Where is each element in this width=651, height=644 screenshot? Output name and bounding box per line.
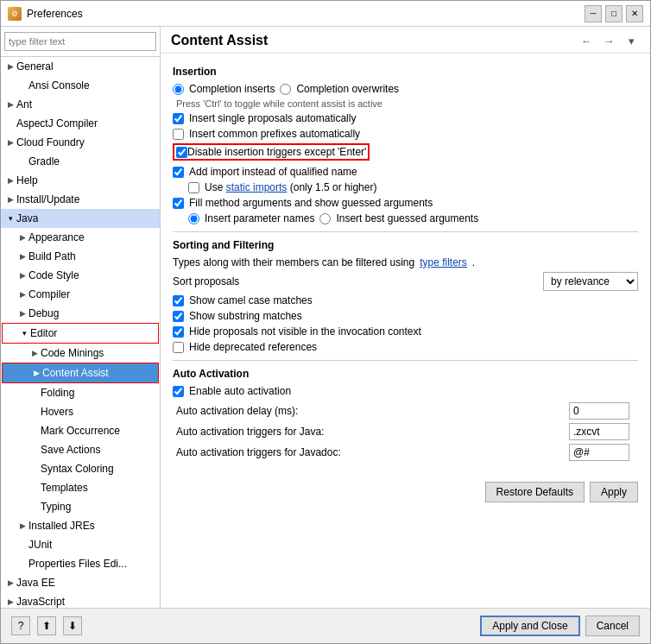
tree-item-java-ee[interactable]: ▶ Java EE bbox=[1, 573, 160, 592]
arrow-compiler: ▶ bbox=[16, 288, 28, 300]
tree-item-debug[interactable]: ▶ Debug bbox=[1, 304, 160, 323]
tree-item-syntax-coloring[interactable]: Syntax Coloring bbox=[1, 459, 160, 478]
substring-label[interactable]: Show substring matches bbox=[189, 310, 302, 322]
help-icon-button[interactable]: ? bbox=[11, 616, 30, 635]
completion-inserts-label[interactable]: Completion inserts bbox=[189, 83, 275, 95]
dropdown-button[interactable]: ▾ bbox=[623, 32, 640, 49]
tree-item-install-update[interactable]: ▶ Install/Update bbox=[1, 190, 160, 209]
fill-method-label[interactable]: Fill method arguments and show guessed a… bbox=[189, 197, 433, 209]
camel-case-checkbox[interactable] bbox=[173, 295, 184, 306]
best-guessed-radio[interactable] bbox=[319, 213, 331, 224]
label-cloud: Cloud Foundry bbox=[16, 136, 85, 148]
completion-overwrites-radio[interactable] bbox=[280, 84, 291, 95]
arrow-folding bbox=[28, 387, 41, 399]
tree-item-appearance[interactable]: ▶ Appearance bbox=[1, 228, 160, 247]
tree-item-cloud-foundry[interactable]: ▶ Cloud Foundry bbox=[1, 133, 160, 152]
tree-item-mark-occurrences[interactable]: Mark Occurrence bbox=[1, 421, 160, 440]
disable-triggers-checkbox[interactable] bbox=[176, 147, 187, 158]
label-help: Help bbox=[16, 174, 38, 186]
filter-input-wrap bbox=[1, 27, 160, 57]
title-bar-controls: ─ □ ✕ bbox=[585, 5, 643, 22]
insert-single-label[interactable]: Insert single proposals automatically bbox=[189, 112, 356, 124]
hide-not-visible-checkbox[interactable] bbox=[173, 326, 184, 338]
tree-item-code-minings[interactable]: ▶ Code Minings bbox=[1, 344, 160, 363]
arrow-codeminings: ▶ bbox=[28, 347, 41, 359]
tree-item-templates[interactable]: Templates bbox=[1, 478, 160, 497]
divider-2 bbox=[173, 360, 638, 361]
label-contentassist: Content Assist bbox=[42, 367, 109, 379]
substring-checkbox[interactable] bbox=[173, 311, 184, 322]
tree-item-hovers[interactable]: Hovers bbox=[1, 402, 160, 421]
tree-item-folding[interactable]: Folding bbox=[1, 383, 160, 402]
camel-case-label[interactable]: Show camel case matches bbox=[189, 294, 313, 306]
auto-java-input[interactable] bbox=[569, 423, 629, 440]
tree-item-help[interactable]: ▶ Help bbox=[1, 171, 160, 190]
fill-method-checkbox[interactable] bbox=[173, 198, 184, 209]
hide-not-visible-label[interactable]: Hide proposals not visible in the invoca… bbox=[189, 325, 421, 338]
tree-item-ansi-console[interactable]: Ansi Console bbox=[1, 76, 160, 95]
tree-item-build-path[interactable]: ▶ Build Path bbox=[1, 247, 160, 266]
auto-javadoc-input[interactable] bbox=[569, 444, 629, 461]
minimize-button[interactable]: ─ bbox=[585, 5, 602, 22]
hide-deprecated-label[interactable]: Hide deprecated references bbox=[189, 341, 317, 353]
insert-single-checkbox[interactable] bbox=[173, 113, 184, 124]
completion-inserts-radio[interactable] bbox=[173, 84, 184, 95]
title-bar-left: ⚙ Preferences bbox=[8, 7, 83, 21]
tree-item-content-assist[interactable]: ▶ Content Assist bbox=[3, 363, 158, 382]
label-mark: Mark Occurrence bbox=[41, 425, 120, 437]
arrow-syntaxcoloring bbox=[28, 463, 41, 475]
enable-auto-label[interactable]: Enable auto activation bbox=[189, 385, 291, 397]
tree-item-properties[interactable]: Properties Files Edi... bbox=[1, 554, 160, 573]
tree-item-installed-jres[interactable]: ▶ Installed JREs bbox=[1, 516, 160, 535]
restore-defaults-button[interactable]: Restore Defaults bbox=[485, 482, 585, 502]
filter-input[interactable] bbox=[4, 32, 156, 51]
tree-item-typing[interactable]: Typing bbox=[1, 497, 160, 516]
add-import-checkbox[interactable] bbox=[173, 167, 184, 178]
import-icon-button[interactable]: ⬇ bbox=[63, 616, 82, 635]
arrow-aspectj bbox=[4, 117, 16, 129]
tree-item-aspectj[interactable]: AspectJ Compiler bbox=[1, 114, 160, 133]
auto-javadoc-label: Auto activation triggers for Javadoc: bbox=[176, 446, 569, 458]
tree-item-ant[interactable]: ▶ Ant bbox=[1, 95, 160, 114]
param-names-radio[interactable] bbox=[188, 213, 199, 224]
tree-item-code-style[interactable]: ▶ Code Style bbox=[1, 266, 160, 285]
insert-common-label[interactable]: Insert common prefixes automatically bbox=[189, 128, 360, 140]
tree-item-junit[interactable]: JUnit bbox=[1, 535, 160, 554]
insert-common-checkbox[interactable] bbox=[173, 129, 184, 140]
back-button[interactable]: ← bbox=[578, 32, 595, 49]
label-compiler: Compiler bbox=[28, 288, 70, 300]
cancel-button[interactable]: Cancel bbox=[585, 616, 640, 636]
maximize-button[interactable]: □ bbox=[605, 5, 623, 22]
static-imports-checkbox[interactable] bbox=[188, 182, 199, 193]
bottom-bar-right: Apply and Close Cancel bbox=[480, 616, 640, 636]
forward-button[interactable]: → bbox=[600, 32, 617, 49]
tree-item-editor[interactable]: ▾ Editor bbox=[3, 324, 158, 343]
completion-overwrites-label[interactable]: Completion overwrites bbox=[296, 83, 399, 95]
tree-item-javascript[interactable]: ▶ JavaScript bbox=[1, 592, 160, 608]
sort-proposals-select[interactable]: by relevance alphabetically bbox=[543, 272, 638, 291]
tree-item-save-actions[interactable]: Save Actions bbox=[1, 440, 160, 459]
static-imports-link[interactable]: static imports bbox=[226, 181, 288, 193]
enable-auto-checkbox[interactable] bbox=[173, 386, 184, 397]
tree-item-general[interactable]: ▶ General bbox=[1, 57, 160, 76]
export-icon-button[interactable]: ⬆ bbox=[37, 616, 56, 635]
auto-delay-input[interactable] bbox=[569, 402, 629, 420]
tree-item-gradle[interactable]: Gradle bbox=[1, 152, 160, 171]
apply-and-close-button[interactable]: Apply and Close bbox=[480, 616, 579, 636]
hide-deprecated-checkbox[interactable] bbox=[173, 342, 184, 353]
disable-triggers-label[interactable]: Disable insertion triggers except 'Enter… bbox=[187, 146, 366, 158]
arrow-jres: ▶ bbox=[16, 520, 28, 532]
divider-1 bbox=[173, 231, 638, 232]
tree-item-compiler[interactable]: ▶ Compiler bbox=[1, 285, 160, 304]
right-body: Insertion Completion inserts Completion … bbox=[161, 54, 650, 608]
add-import-label[interactable]: Add import instead of qualified name bbox=[189, 166, 357, 178]
close-button[interactable]: ✕ bbox=[626, 5, 643, 22]
param-names-row: Insert parameter names Insert best guess… bbox=[173, 212, 638, 224]
main-content: ▶ General Ansi Console ▶ Ant AspectJ Com… bbox=[1, 27, 650, 608]
label-folding: Folding bbox=[41, 387, 74, 399]
apply-button[interactable]: Apply bbox=[590, 482, 638, 502]
tree-item-java[interactable]: ▾ Java bbox=[1, 209, 160, 228]
param-names-label[interactable]: Insert parameter names bbox=[205, 212, 314, 224]
best-guessed-label[interactable]: Insert best guessed arguments bbox=[336, 212, 478, 224]
type-filters-link[interactable]: type filters bbox=[420, 256, 467, 268]
